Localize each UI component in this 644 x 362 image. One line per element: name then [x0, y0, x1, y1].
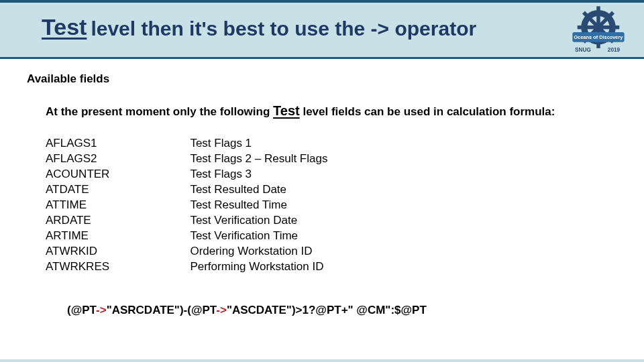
field-descs-column: Test Flags 1 Test Flags 2 – Result Flags…	[190, 136, 327, 274]
title-keyword: Test	[42, 15, 87, 40]
field-desc: Ordering Workstation ID	[190, 244, 327, 259]
field-name: ATTIME	[46, 198, 109, 213]
field-name: AFLAGS2	[46, 152, 109, 167]
formula-operator: ->	[96, 304, 107, 316]
field-desc: Test Resulted Time	[190, 198, 327, 213]
conference-logo: Oceans of Discovery SNUG 2019	[568, 1, 629, 63]
intro-before: At the present moment only the following	[46, 105, 273, 118]
slide-body: Available fields At the present moment o…	[0, 59, 644, 359]
field-desc: Test Flags 1	[190, 136, 327, 152]
field-name: ATWRKID	[46, 244, 109, 259]
slide-header: Test level then it's best to use the -> …	[0, 3, 644, 59]
header-divider	[0, 57, 644, 59]
title-rest: level then it's best to use the -> opera…	[91, 17, 476, 40]
field-name: ATWRKRES	[46, 259, 109, 275]
logo-footer-right: 2019	[608, 47, 621, 53]
logo-footer-left: SNUG	[575, 47, 591, 53]
section-heading: Available fields	[27, 72, 617, 86]
logo-banner-text: Oceans of Discovery	[574, 34, 624, 40]
field-desc: Test Flags 3	[190, 167, 327, 182]
intro-keyword: Test	[273, 103, 300, 118]
field-name: ATDATE	[46, 182, 109, 198]
field-desc: Test Verification Time	[190, 229, 327, 244]
intro-sentence: At the present moment only the following…	[46, 103, 617, 119]
field-names-column: AFLAGS1 AFLAGS2 ACOUNTER ATDATE ATTIME A…	[46, 136, 109, 274]
formula-part: "ASRCDATE")-(@PT	[107, 304, 217, 316]
field-desc: Test Resulted Date	[190, 182, 327, 198]
field-name: ACOUNTER	[46, 167, 109, 182]
example-formula: (@PT->"ASRCDATE")-(@PT->"ASCDATE")>1?@PT…	[67, 304, 617, 317]
field-desc: Test Flags 2 – Result Flags	[190, 152, 327, 167]
formula-part: (@PT	[67, 304, 96, 316]
slide-title: Test level then it's best to use the -> …	[42, 5, 644, 40]
field-name: AFLAGS1	[46, 136, 109, 152]
formula-part: "ASCDATE")>1?@PT+" @CM":$@PT	[227, 304, 427, 316]
logo-banner: Oceans of Discovery	[572, 32, 624, 42]
field-name: ARDATE	[46, 213, 109, 229]
field-table: AFLAGS1 AFLAGS2 ACOUNTER ATDATE ATTIME A…	[46, 136, 617, 274]
formula-operator: ->	[216, 304, 227, 316]
field-name: ARTIME	[46, 229, 109, 244]
field-desc: Performing Workstation ID	[190, 259, 327, 275]
field-desc: Test Verification Date	[190, 213, 327, 229]
intro-after: level fields can be used in calculation …	[300, 105, 555, 118]
